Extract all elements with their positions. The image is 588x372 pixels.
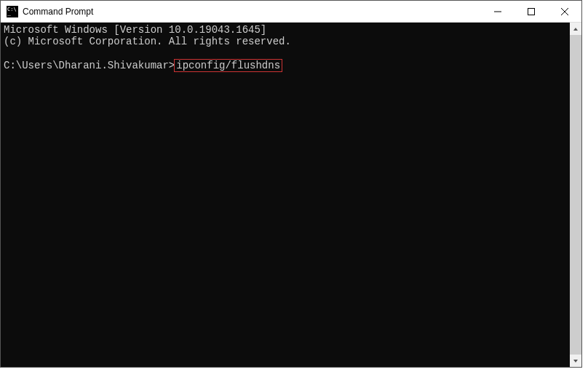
version-line: Microsoft Windows [Version 10.0.19043.16… — [4, 24, 266, 36]
command-highlighted: ipconfig/flushdns — [174, 59, 282, 72]
close-icon — [561, 8, 568, 15]
chevron-up-icon — [573, 26, 579, 32]
console-output[interactable]: Microsoft Windows [Version 10.0.19043.16… — [1, 23, 570, 367]
maximize-icon — [528, 8, 535, 15]
scroll-up-button[interactable] — [570, 23, 581, 35]
window-controls — [481, 1, 581, 22]
minimize-icon — [494, 8, 501, 15]
window-title: Command Prompt — [23, 7, 481, 17]
svg-rect-1 — [528, 8, 535, 15]
svg-marker-5 — [573, 360, 578, 363]
close-button[interactable] — [548, 1, 581, 22]
console-area: Microsoft Windows [Version 10.0.19043.16… — [1, 23, 581, 367]
titlebar[interactable]: Command Prompt — [1, 1, 581, 23]
prompt: C:\Users\Dharani.Shivakumar> — [4, 60, 175, 71]
copyright-line: (c) Microsoft Corporation. All rights re… — [4, 36, 291, 47]
cmd-icon — [7, 6, 18, 17]
vertical-scrollbar[interactable] — [570, 23, 581, 367]
scroll-thumb[interactable] — [570, 35, 581, 355]
minimize-button[interactable] — [481, 1, 514, 22]
maximize-button[interactable] — [514, 1, 548, 22]
command-prompt-window: Command Prompt Microsoft Windows [Versio… — [0, 0, 582, 368]
svg-marker-4 — [573, 28, 578, 31]
chevron-down-icon — [573, 358, 579, 364]
scroll-track[interactable] — [570, 35, 581, 355]
scroll-down-button[interactable] — [570, 355, 581, 367]
